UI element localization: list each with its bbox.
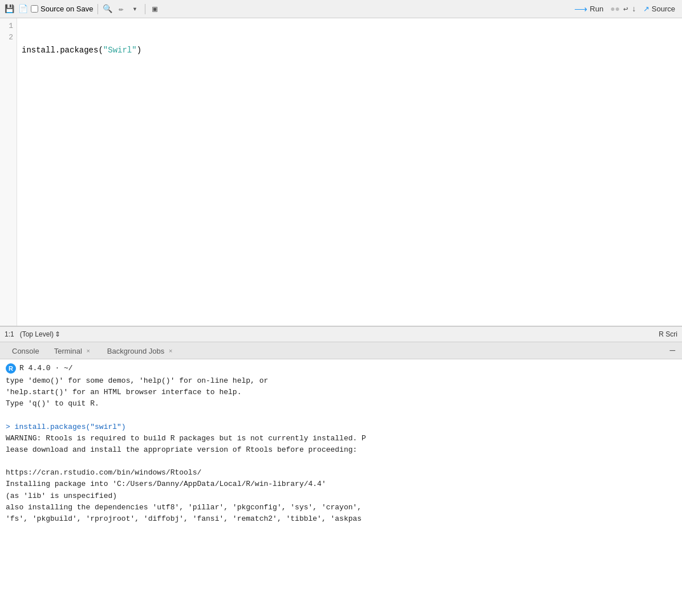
run-arrow-icon: ⟶ [574,3,587,14]
toolbar-sep-1 [98,4,98,14]
code-content[interactable]: install.packages("Swirl") [17,18,682,326]
tab-terminal-label: Terminal [54,347,82,355]
tab-console-label: Console [12,347,39,355]
console-warning-line-1: WARNING: Rtools is required to build R p… [6,433,676,444]
console-r-header: R R 4.4.0 · ~/ [6,363,676,374]
source-button[interactable]: ↗ Source [640,3,679,14]
tab-console[interactable]: Console [5,342,47,359]
lint-icon[interactable]: ✏️ [116,3,127,15]
code-level: (Top Level) ⇕ [20,330,60,338]
console-line-0: type 'demo()' for some demos, 'help()' f… [6,375,676,387]
undo-icon[interactable]: ↩ [623,4,628,14]
line-number-1: 1 [0,21,13,32]
new-file-icon[interactable]: 📄 [17,3,29,15]
code-paren-close: ) [137,46,141,55]
code-line-1: install.packages("Swirl") [22,44,677,56]
tab-terminal-close-icon[interactable]: × [84,347,92,355]
run-button[interactable]: ⟶ Run [571,2,607,15]
format-icon[interactable]: ▾ [129,3,141,15]
level-chevron-icon[interactable]: ⇕ [55,330,60,338]
source-arrow-icon: ↗ [643,5,649,13]
source-label: Source [652,5,675,13]
console-deps-line-2: 'fs', 'pkgbuild', 'rprojroot', 'diffobj'… [6,513,676,525]
console-command-line: > install.packages("swirl") [6,422,676,433]
run-label: Run [590,5,603,13]
tab-background-jobs[interactable]: Background Jobs × [100,342,182,359]
line-number-2: 2 [0,32,13,43]
toolbar-sep-2 [145,4,145,14]
console-deps-line-1: also installing the dependencies 'utf8',… [6,502,676,513]
r-version-text: R 4.4.0 · ~/ [19,363,73,374]
source-on-save-checkbox[interactable] [31,5,38,13]
code-string-swirl: "Swirl" [103,46,137,55]
console-output[interactable]: R R 4.4.0 · ~/ type 'demo()' for some de… [0,359,682,616]
console-line-1: 'help.start()' for an HTML browser inter… [6,387,676,398]
toolbar-sep-3: ●● [610,5,620,14]
console-install-cmd: install.packages("swirl") [15,423,126,431]
rstudio-window: 💾 📄 Source on Save 🔍 ✏️ ▾ ▣ ⟶ Run ●● ↩ ↓… [0,0,682,616]
code-paren-open: ( [98,46,103,55]
console-line-3 [6,410,676,422]
source-on-save-container[interactable]: Source on Save [31,5,94,13]
search-icon[interactable]: 🔍 [102,3,113,15]
layout-icon[interactable]: ▣ [149,3,161,15]
editor-content: 1 2 install.packages("Swirl") [0,18,682,326]
code-editor[interactable]: 1 2 install.packages("Swirl") [0,18,682,326]
save-icon[interactable]: 💾 [3,3,15,15]
line-numbers: 1 2 [0,18,17,326]
console-lib-line: (as 'lib' is unspecified) [6,491,676,502]
down-arrow-icon[interactable]: ↓ [631,5,636,14]
tab-background-jobs-close-icon[interactable]: × [167,347,174,355]
console-installing-line: Installing package into 'C:/Users/Danny/… [6,479,676,490]
r-badge: R [6,363,16,374]
console-url-line: https://cran.rstudio.com/bin/windows/Rto… [6,467,676,479]
toolbar-right: ⟶ Run ●● ↩ ↓ ↗ Source [571,2,679,15]
script-type: R Scri [659,330,677,338]
console-line-blank2 [6,456,676,467]
editor-toolbar: 💾 📄 Source on Save 🔍 ✏️ ▾ ▣ ⟶ Run ●● ↩ ↓… [0,0,682,18]
console-warning-line-2: lease download and install the appropria… [6,444,676,456]
minimize-icon[interactable]: — [669,346,675,356]
code-level-text: (Top Level) [20,330,54,338]
status-bar: 1:1 (Top Level) ⇕ R Scri [0,326,682,342]
source-on-save-label: Source on Save [40,5,94,13]
code-line-2 [22,80,677,92]
cursor-position: 1:1 [5,330,14,338]
console-tab-bar: Console Terminal × Background Jobs × — [0,342,682,359]
tab-terminal[interactable]: Terminal × [47,342,100,359]
console-line-2: Type 'q()' to quit R. [6,398,676,410]
tab-background-jobs-label: Background Jobs [107,347,164,355]
code-func-name: install.packages [22,46,98,55]
